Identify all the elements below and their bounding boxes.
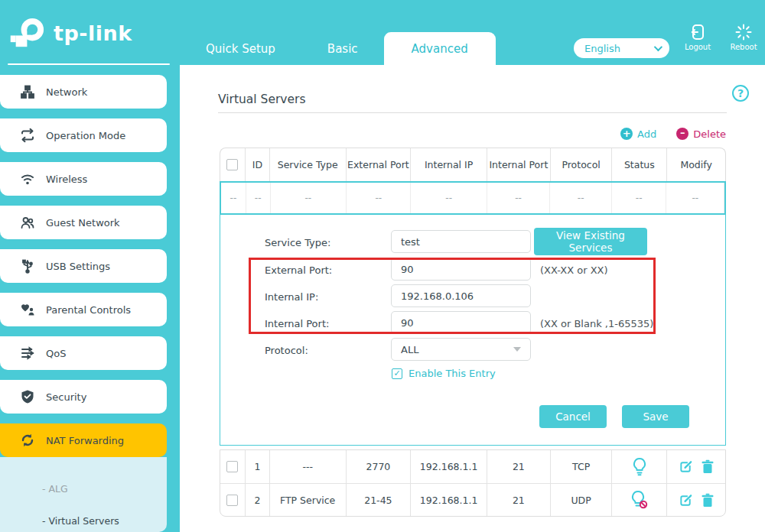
wireless-icon — [20, 171, 35, 187]
table-header-row: ID Service Type External Port Internal I… — [220, 148, 726, 181]
external-port-label: External Port: — [265, 264, 332, 276]
nat-forwarding-icon — [20, 433, 35, 448]
cell-service-type: --- — [270, 450, 347, 483]
row-checkbox[interactable] — [226, 461, 238, 472]
col-header-external-port: External Port — [347, 148, 412, 181]
page-title: Virtual Servers — [218, 92, 305, 106]
status-disabled-bulb-icon[interactable] — [630, 490, 649, 510]
table-row: 2 FTP Service 21-45 192.168.1.1 21 UDP — [220, 483, 725, 516]
tab-basic[interactable]: Basic — [301, 32, 384, 65]
internal-port-input[interactable] — [391, 311, 531, 334]
plus-icon: + — [620, 128, 633, 140]
editing-cell: -- — [246, 183, 271, 213]
status-enabled-bulb-icon[interactable] — [631, 457, 648, 477]
logo-divider — [8, 63, 170, 65]
cell-protocol: TCP — [551, 450, 613, 483]
trash-icon[interactable] — [701, 493, 715, 508]
internal-ip-input[interactable] — [391, 284, 531, 307]
cell-protocol: UDP — [551, 484, 613, 516]
cell-internal-port: 21 — [487, 484, 551, 516]
editing-cell: -- — [411, 183, 487, 213]
editing-row: -- -- -- -- -- -- -- -- -- — [220, 181, 726, 215]
sidebar-subitem-virtual-servers[interactable]: - Virtual Servers — [0, 512, 167, 529]
operation-mode-icon — [20, 128, 35, 143]
sidebar-item-parental-controls[interactable]: Parental Controls — [0, 293, 167, 326]
logout-icon — [688, 23, 707, 41]
minus-icon: – — [676, 128, 688, 140]
editing-cell: -- — [666, 183, 724, 213]
sidebar-item-nat-forwarding[interactable]: NAT Forwarding — [0, 423, 167, 457]
service-type-label: Service Type: — [265, 237, 330, 248]
reboot-button[interactable]: Reboot — [722, 23, 765, 51]
sidebar-item-guest-network[interactable]: Guest Network — [0, 206, 167, 239]
brand-name: tp-link — [54, 21, 132, 45]
enable-entry-toggle[interactable]: ✓ Enable This Entry — [392, 368, 496, 379]
top-header: tp-link Quick Setup Basic Advanced Engli… — [0, 0, 765, 65]
delete-button[interactable]: – Delete — [676, 128, 726, 140]
sidebar: Network Operation Mode Wireless — [0, 65, 180, 532]
tplink-logo-icon — [9, 13, 49, 53]
view-existing-services-button[interactable]: View Existing Services — [534, 228, 647, 255]
tab-quick-setup[interactable]: Quick Setup — [180, 32, 301, 65]
add-button[interactable]: + Add — [620, 128, 656, 140]
sidebar-item-label: Security — [46, 391, 86, 403]
table-row: 1 --- 2770 192.168.1.1 21 TCP — [220, 450, 725, 483]
logout-button[interactable]: Logout — [676, 23, 719, 51]
cell-service-type: FTP Service — [270, 484, 347, 516]
editing-cell: -- — [347, 183, 411, 213]
help-icon[interactable]: ? — [732, 85, 749, 102]
trash-icon[interactable] — [701, 459, 715, 474]
edit-icon[interactable] — [679, 493, 693, 508]
language-value: English — [584, 43, 620, 54]
service-type-input[interactable] — [391, 230, 531, 253]
col-header-service-type: Service Type — [270, 148, 347, 181]
add-label: Add — [637, 128, 656, 140]
usb-icon — [20, 258, 35, 274]
network-icon — [20, 84, 35, 99]
save-button[interactable]: Save — [622, 405, 689, 428]
external-port-input[interactable] — [391, 258, 531, 281]
sidebar-item-label: Operation Mode — [46, 130, 125, 141]
protocol-label: Protocol: — [265, 345, 308, 356]
cell-external-port: 21-45 — [347, 484, 412, 516]
sidebar-item-usb-settings[interactable]: USB Settings — [0, 249, 167, 283]
table-body: 1 --- 2770 192.168.1.1 21 TCP — [220, 449, 726, 517]
logout-label: Logout — [676, 43, 719, 51]
sidebar-item-operation-mode[interactable]: Operation Mode — [0, 118, 167, 152]
tab-advanced[interactable]: Advanced — [384, 32, 496, 65]
select-all-checkbox[interactable] — [226, 159, 238, 170]
cell-id: 2 — [246, 484, 270, 516]
edit-icon[interactable] — [679, 459, 693, 474]
cell-internal-port: 21 — [487, 450, 551, 483]
sidebar-item-label: Guest Network — [46, 217, 120, 229]
table-toolbar: + Add – Delete — [220, 126, 726, 141]
chevron-down-icon — [654, 43, 662, 51]
main-nav: Quick Setup Basic Advanced — [180, 0, 496, 65]
language-select[interactable]: English — [574, 38, 669, 58]
main-content: Virtual Servers ? + Add – Delete ID Serv… — [180, 65, 765, 532]
sidebar-item-security[interactable]: Security — [0, 380, 167, 414]
cell-internal-ip: 192.168.1.1 — [411, 484, 487, 516]
sidebar-item-qos[interactable]: QoS — [0, 336, 167, 370]
editing-cell: -- — [487, 183, 551, 213]
security-icon — [20, 389, 35, 404]
internal-port-label: Internal Port: — [265, 318, 329, 329]
sidebar-item-label: Parental Controls — [46, 304, 131, 316]
sidebar-item-label: USB Settings — [46, 261, 110, 272]
col-header-internal-ip: Internal IP — [411, 148, 487, 181]
enable-entry-checkbox[interactable]: ✓ — [392, 368, 402, 379]
qos-icon — [20, 345, 35, 361]
sidebar-subitem-alg[interactable]: - ALG — [0, 480, 167, 497]
sidebar-item-wireless[interactable]: Wireless — [0, 162, 167, 196]
cancel-button[interactable]: Cancel — [539, 405, 607, 428]
row-checkbox[interactable] — [226, 495, 238, 506]
tplink-logo: tp-link — [9, 11, 170, 55]
dropdown-arrow-icon — [513, 347, 521, 352]
sidebar-item-network[interactable]: Network — [0, 75, 167, 109]
col-header-internal-port: Internal Port — [487, 148, 551, 181]
external-port-hint: (XX-XX or XX) — [540, 264, 608, 276]
protocol-select[interactable]: ALL — [391, 338, 531, 361]
reboot-icon — [734, 23, 753, 41]
delete-label: Delete — [693, 128, 726, 140]
title-divider — [218, 112, 727, 113]
